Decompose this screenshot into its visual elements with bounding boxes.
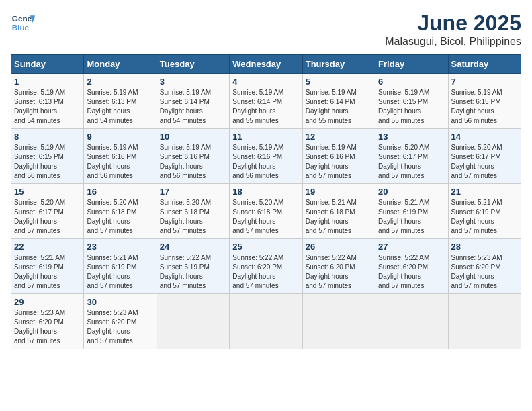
calendar-subtitle: Malasugui, Bicol, Philippines	[385, 36, 521, 48]
day-number: 14	[451, 132, 518, 142]
day-number: 21	[451, 187, 518, 197]
day-info: Sunrise: 5:20 AM Sunset: 6:17 PM Dayligh…	[451, 143, 518, 181]
day-info: Sunrise: 5:20 AM Sunset: 6:18 PM Dayligh…	[87, 198, 153, 236]
day-number: 13	[378, 132, 445, 142]
table-row: 23 Sunrise: 5:21 AM Sunset: 6:19 PM Dayl…	[84, 239, 157, 294]
day-number: 1	[14, 77, 81, 87]
table-row: 11 Sunrise: 5:19 AM Sunset: 6:16 PM Dayl…	[230, 129, 302, 184]
table-row: 5 Sunrise: 5:19 AM Sunset: 6:14 PM Dayli…	[302, 74, 375, 129]
day-info: Sunrise: 5:23 AM Sunset: 6:20 PM Dayligh…	[14, 308, 81, 346]
table-row: 27 Sunrise: 5:22 AM Sunset: 6:20 PM Dayl…	[375, 239, 448, 294]
day-info: Sunrise: 5:21 AM Sunset: 6:18 PM Dayligh…	[306, 198, 372, 236]
title-area: June 2025 Malasugui, Bicol, Philippines	[385, 11, 521, 48]
day-number: 30	[87, 297, 153, 307]
day-info: Sunrise: 5:19 AM Sunset: 6:16 PM Dayligh…	[87, 143, 153, 181]
table-row: 19 Sunrise: 5:21 AM Sunset: 6:18 PM Dayl…	[302, 184, 375, 239]
day-number: 24	[160, 242, 226, 252]
table-row: 13 Sunrise: 5:20 AM Sunset: 6:17 PM Dayl…	[375, 129, 448, 184]
day-info: Sunrise: 5:20 AM Sunset: 6:18 PM Dayligh…	[232, 198, 299, 236]
day-info: Sunrise: 5:19 AM Sunset: 6:14 PM Dayligh…	[306, 88, 372, 126]
day-info: Sunrise: 5:19 AM Sunset: 6:13 PM Dayligh…	[14, 88, 81, 126]
table-row: 14 Sunrise: 5:20 AM Sunset: 6:17 PM Dayl…	[448, 129, 521, 184]
day-number: 5	[306, 77, 372, 87]
day-info: Sunrise: 5:21 AM Sunset: 6:19 PM Dayligh…	[87, 253, 153, 291]
table-row	[230, 294, 302, 349]
table-row	[375, 294, 448, 349]
col-monday: Monday	[84, 55, 157, 74]
col-saturday: Saturday	[448, 55, 521, 74]
col-wednesday: Wednesday	[230, 55, 302, 74]
day-number: 9	[87, 132, 153, 142]
table-row: 4 Sunrise: 5:19 AM Sunset: 6:14 PM Dayli…	[230, 74, 302, 129]
table-row	[448, 294, 521, 349]
day-number: 15	[14, 187, 81, 197]
table-row: 28 Sunrise: 5:23 AM Sunset: 6:20 PM Dayl…	[448, 239, 521, 294]
table-row: 24 Sunrise: 5:22 AM Sunset: 6:19 PM Dayl…	[157, 239, 229, 294]
logo-icon: General Blue	[11, 11, 35, 35]
calendar-week-4: 22 Sunrise: 5:21 AM Sunset: 6:19 PM Dayl…	[11, 239, 521, 294]
day-number: 2	[87, 77, 153, 87]
calendar-title: June 2025	[385, 11, 521, 36]
table-row: 21 Sunrise: 5:21 AM Sunset: 6:19 PM Dayl…	[448, 184, 521, 239]
table-row	[157, 294, 229, 349]
day-info: Sunrise: 5:22 AM Sunset: 6:19 PM Dayligh…	[160, 253, 226, 291]
day-number: 10	[160, 132, 226, 142]
day-info: Sunrise: 5:20 AM Sunset: 6:17 PM Dayligh…	[378, 143, 445, 181]
table-row: 2 Sunrise: 5:19 AM Sunset: 6:13 PM Dayli…	[84, 74, 157, 129]
table-row: 30 Sunrise: 5:23 AM Sunset: 6:20 PM Dayl…	[84, 294, 157, 349]
table-row: 6 Sunrise: 5:19 AM Sunset: 6:15 PM Dayli…	[375, 74, 448, 129]
table-row: 29 Sunrise: 5:23 AM Sunset: 6:20 PM Dayl…	[11, 294, 84, 349]
day-info: Sunrise: 5:21 AM Sunset: 6:19 PM Dayligh…	[378, 198, 445, 236]
table-row: 9 Sunrise: 5:19 AM Sunset: 6:16 PM Dayli…	[84, 129, 157, 184]
calendar-header-row: Sunday Monday Tuesday Wednesday Thursday…	[11, 55, 521, 74]
table-row: 18 Sunrise: 5:20 AM Sunset: 6:18 PM Dayl…	[230, 184, 302, 239]
table-row	[302, 294, 375, 349]
table-row: 20 Sunrise: 5:21 AM Sunset: 6:19 PM Dayl…	[375, 184, 448, 239]
day-info: Sunrise: 5:20 AM Sunset: 6:17 PM Dayligh…	[14, 198, 81, 236]
day-info: Sunrise: 5:19 AM Sunset: 6:15 PM Dayligh…	[378, 88, 445, 126]
table-row: 10 Sunrise: 5:19 AM Sunset: 6:16 PM Dayl…	[157, 129, 229, 184]
table-row: 25 Sunrise: 5:22 AM Sunset: 6:20 PM Dayl…	[230, 239, 302, 294]
day-number: 6	[378, 77, 445, 87]
day-info: Sunrise: 5:22 AM Sunset: 6:20 PM Dayligh…	[306, 253, 372, 291]
day-info: Sunrise: 5:23 AM Sunset: 6:20 PM Dayligh…	[451, 253, 518, 291]
calendar-week-2: 8 Sunrise: 5:19 AM Sunset: 6:15 PM Dayli…	[11, 129, 521, 184]
table-row: 1 Sunrise: 5:19 AM Sunset: 6:13 PM Dayli…	[11, 74, 84, 129]
col-thursday: Thursday	[302, 55, 375, 74]
day-info: Sunrise: 5:21 AM Sunset: 6:19 PM Dayligh…	[14, 253, 81, 291]
table-row: 26 Sunrise: 5:22 AM Sunset: 6:20 PM Dayl…	[302, 239, 375, 294]
day-number: 18	[232, 187, 299, 197]
day-info: Sunrise: 5:19 AM Sunset: 6:13 PM Dayligh…	[87, 88, 153, 126]
calendar-week-1: 1 Sunrise: 5:19 AM Sunset: 6:13 PM Dayli…	[11, 74, 521, 129]
day-number: 29	[14, 297, 81, 307]
day-info: Sunrise: 5:19 AM Sunset: 6:16 PM Dayligh…	[160, 143, 226, 181]
table-row: 7 Sunrise: 5:19 AM Sunset: 6:15 PM Dayli…	[448, 74, 521, 129]
day-number: 4	[232, 77, 299, 87]
day-info: Sunrise: 5:19 AM Sunset: 6:14 PM Dayligh…	[160, 88, 226, 126]
day-info: Sunrise: 5:19 AM Sunset: 6:16 PM Dayligh…	[306, 143, 372, 181]
day-number: 7	[451, 77, 518, 87]
day-info: Sunrise: 5:22 AM Sunset: 6:20 PM Dayligh…	[232, 253, 299, 291]
table-row: 22 Sunrise: 5:21 AM Sunset: 6:19 PM Dayl…	[11, 239, 84, 294]
day-number: 17	[160, 187, 226, 197]
day-number: 19	[306, 187, 372, 197]
table-row: 3 Sunrise: 5:19 AM Sunset: 6:14 PM Dayli…	[157, 74, 229, 129]
day-info: Sunrise: 5:19 AM Sunset: 6:15 PM Dayligh…	[451, 88, 518, 126]
calendar-week-3: 15 Sunrise: 5:20 AM Sunset: 6:17 PM Dayl…	[11, 184, 521, 239]
table-row: 17 Sunrise: 5:20 AM Sunset: 6:18 PM Dayl…	[157, 184, 229, 239]
day-info: Sunrise: 5:19 AM Sunset: 6:14 PM Dayligh…	[232, 88, 299, 126]
table-row: 15 Sunrise: 5:20 AM Sunset: 6:17 PM Dayl…	[11, 184, 84, 239]
day-info: Sunrise: 5:23 AM Sunset: 6:20 PM Dayligh…	[87, 308, 153, 346]
day-number: 28	[451, 242, 518, 252]
day-info: Sunrise: 5:19 AM Sunset: 6:16 PM Dayligh…	[232, 143, 299, 181]
day-number: 11	[232, 132, 299, 142]
day-info: Sunrise: 5:19 AM Sunset: 6:15 PM Dayligh…	[14, 143, 81, 181]
day-info: Sunrise: 5:21 AM Sunset: 6:19 PM Dayligh…	[451, 198, 518, 236]
calendar-table: Sunday Monday Tuesday Wednesday Thursday…	[11, 54, 521, 349]
col-tuesday: Tuesday	[157, 55, 229, 74]
day-number: 26	[306, 242, 372, 252]
day-number: 12	[306, 132, 372, 142]
logo: General Blue	[11, 11, 38, 35]
calendar-week-5: 29 Sunrise: 5:23 AM Sunset: 6:20 PM Dayl…	[11, 294, 521, 349]
day-number: 27	[378, 242, 445, 252]
